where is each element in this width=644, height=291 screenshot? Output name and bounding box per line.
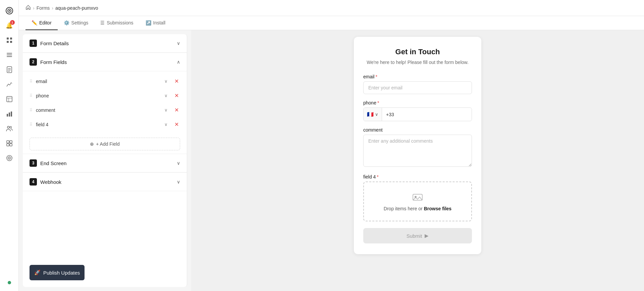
form-comment-group: comment xyxy=(363,127,472,168)
sidebar: 🔔 1 xyxy=(0,0,19,291)
svg-rect-3 xyxy=(7,38,9,40)
field-row-field4[interactable]: ⠿ field 4 ∨ ✕ xyxy=(23,117,187,132)
settings-tab-label: Settings xyxy=(71,20,89,25)
form-email-group: email * xyxy=(363,74,472,94)
editor-tab-icon: ✏️ xyxy=(32,20,37,25)
logo-icon[interactable] xyxy=(3,4,16,17)
people-icon[interactable] xyxy=(3,122,16,135)
install-tab-label: Install xyxy=(153,20,166,25)
svg-rect-24 xyxy=(7,144,9,146)
tab-install[interactable]: ↗️ Install xyxy=(140,16,172,30)
svg-rect-14 xyxy=(7,96,12,102)
field-row-email[interactable]: ⠿ email ∨ ✕ xyxy=(23,74,187,88)
topbar: › Forms › aqua-peach-pumxvo xyxy=(19,0,644,16)
flag-emoji: 🇫🇷 xyxy=(367,111,374,118)
field-email-delete-icon[interactable]: ✕ xyxy=(173,77,180,85)
svg-rect-23 xyxy=(10,141,12,143)
phone-number-input[interactable] xyxy=(382,108,472,121)
email-input[interactable] xyxy=(363,81,472,94)
svg-rect-17 xyxy=(7,114,8,117)
form-comment-label: comment xyxy=(363,127,472,133)
field-row-phone[interactable]: ⠿ phone ∨ ✕ xyxy=(23,88,187,103)
forms-breadcrumb[interactable]: Forms xyxy=(37,5,50,11)
field-phone-label: phone xyxy=(36,93,159,98)
end-screen-section-header[interactable]: 3 End Screen ∨ xyxy=(23,154,187,172)
tab-settings[interactable]: ⚙️ Settings xyxy=(58,16,95,30)
puzzle-icon[interactable] xyxy=(3,137,16,150)
upload-icon xyxy=(371,192,465,203)
svg-rect-9 xyxy=(7,56,12,57)
section-3-label: End Screen xyxy=(40,160,66,166)
file-upload-area[interactable]: Drop items here or Browse files xyxy=(363,181,472,221)
phone-flag-selector[interactable]: 🇫🇷 ∨ xyxy=(364,108,382,121)
tab-submissions[interactable]: ☰ Submissions xyxy=(94,16,139,30)
current-breadcrumb: aqua-peach-pumxvo xyxy=(55,5,98,11)
drag-handle-field4[interactable]: ⠿ xyxy=(30,122,33,127)
drag-handle-comment[interactable]: ⠿ xyxy=(30,108,33,113)
svg-rect-4 xyxy=(10,38,12,40)
add-field-label: + Add Field xyxy=(96,141,119,147)
form-field4-group: field 4 * Drop items here or Bro xyxy=(363,174,472,221)
notification-icon[interactable]: 🔔 1 xyxy=(3,19,16,32)
left-panel-bottom: 🚀 Publish Updates xyxy=(23,261,187,287)
svg-point-21 xyxy=(10,127,11,128)
upload-text: Drop items here or Browse files xyxy=(371,206,465,211)
form-fields-section-header[interactable]: 2 Form Fields ∧ xyxy=(23,53,187,71)
phone-input-wrap: 🇫🇷 ∨ xyxy=(363,107,472,121)
svg-rect-25 xyxy=(10,144,12,146)
field-comment-delete-icon[interactable]: ✕ xyxy=(173,106,180,114)
submit-label: Submit xyxy=(407,233,422,239)
svg-rect-5 xyxy=(7,41,9,43)
webhook-section-header[interactable]: 4 Webhook ∨ xyxy=(23,173,187,191)
form-preview-card: Get in Touch We're here to help! Please … xyxy=(354,37,481,254)
editor-tab-label: Editor xyxy=(39,20,52,25)
document-icon[interactable] xyxy=(3,63,16,76)
upload-browse-link[interactable]: Browse files xyxy=(424,206,451,211)
breadcrumb-sep-2: › xyxy=(52,5,53,11)
install-tab-icon: ↗️ xyxy=(146,20,151,25)
field-phone-delete-icon[interactable]: ✕ xyxy=(173,92,180,99)
field-row-comment[interactable]: ⠿ comment ∨ ✕ xyxy=(23,103,187,117)
comment-textarea[interactable] xyxy=(363,135,472,167)
field-comment-label: comment xyxy=(36,107,159,113)
circle-target-icon[interactable] xyxy=(3,151,16,165)
publish-label: Publish Updates xyxy=(43,270,80,276)
drag-handle-email[interactable]: ⠿ xyxy=(30,79,33,84)
publish-updates-button[interactable]: 🚀 Publish Updates xyxy=(30,265,85,280)
submit-button: Submit ▶ xyxy=(363,228,472,243)
field-field4-expand-icon[interactable]: ∨ xyxy=(162,121,170,128)
svg-rect-18 xyxy=(9,113,10,117)
sidebar-bottom xyxy=(8,278,11,287)
section-2-num: 2 xyxy=(30,58,37,66)
add-field-button[interactable]: ⊕ + Add Field xyxy=(30,138,180,150)
svg-rect-22 xyxy=(7,141,9,143)
section-3-chevron-icon: ∨ xyxy=(177,160,180,166)
grid-icon[interactable] xyxy=(3,33,16,47)
section-4-label: Webhook xyxy=(40,179,61,185)
section-3-num: 3 xyxy=(30,159,37,167)
field-phone-expand-icon[interactable]: ∨ xyxy=(162,92,170,99)
fields-list: ⠿ email ∨ ✕ ⠿ phone ∨ ✕ ⠿ comment ∨ ✕ xyxy=(23,71,187,134)
drag-handle-phone[interactable]: ⠿ xyxy=(30,93,33,98)
submit-arrow-icon: ▶ xyxy=(425,233,429,239)
svg-point-20 xyxy=(7,126,9,128)
tab-editor[interactable]: ✏️ Editor xyxy=(25,16,58,30)
breadcrumb: › Forms › aqua-peach-pumxvo xyxy=(25,5,98,11)
svg-rect-6 xyxy=(10,41,12,43)
field-email-expand-icon[interactable]: ∨ xyxy=(162,78,170,84)
left-panel: 1 Form Details ∨ 2 Form Fields ∧ ⠿ email xyxy=(23,34,187,287)
chart-icon[interactable] xyxy=(3,78,16,91)
notification-badge: 1 xyxy=(10,20,15,25)
bar-chart-icon[interactable] xyxy=(3,107,16,121)
table-icon[interactable] xyxy=(3,92,16,106)
breadcrumb-sep-1: › xyxy=(33,5,35,11)
submissions-tab-label: Submissions xyxy=(107,20,133,25)
add-field-icon: ⊕ xyxy=(90,141,94,147)
form-details-section-header[interactable]: 1 Form Details ∨ xyxy=(23,34,187,53)
svg-rect-8 xyxy=(7,55,12,55)
field-field4-delete-icon[interactable]: ✕ xyxy=(173,121,180,128)
section-4-num: 4 xyxy=(30,178,37,186)
list-icon[interactable] xyxy=(3,48,16,62)
home-breadcrumb[interactable] xyxy=(25,5,31,11)
field-comment-expand-icon[interactable]: ∨ xyxy=(162,107,170,113)
